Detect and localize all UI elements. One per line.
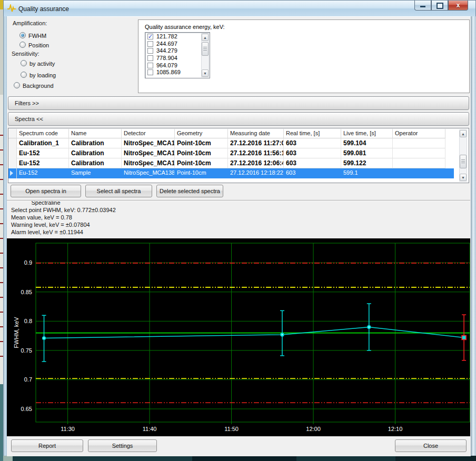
table-header-row: Spectrum codeNameDetectorGeometryMeasuri… [8,129,454,138]
energy-list-item[interactable]: 344.279 [145,47,201,55]
report-button[interactable]: Report [11,439,83,452]
spectra-table-scrollbar[interactable]: ▲ ▼ [459,129,467,182]
energy-checkbox[interactable] [147,34,153,39]
open-spectra-button[interactable]: Open spectra in Spectraline [11,185,81,197]
radio-by-loading[interactable] [21,72,27,78]
energy-list-item[interactable]: 244.697 [145,41,201,48]
selected-row-arrow-icon [10,171,13,176]
close-window-button[interactable]: x [448,1,468,11]
selected-point-info: Select point FWHM, keV: 0.772±0.03942 [11,207,116,214]
energy-value-label: 778.904 [156,55,177,61]
row-indicator-cell [8,148,17,158]
data-point-center [368,326,370,328]
table-cell: Calibration [69,158,122,168]
table-row[interactable]: Calibration_1CalibrationNitroSpec_MCA138… [8,138,454,148]
radio-background[interactable] [14,82,20,88]
settings-button[interactable]: Settings [88,439,157,452]
table-cell: 27.12.2016 11:27:0 [228,138,284,148]
column-header[interactable]: Live time, [s] [341,129,393,138]
energy-checklist[interactable]: 121.782244.697344.279778.904964.0791085.… [145,32,210,78]
amplification-label: Amplification: [13,20,47,26]
column-header[interactable]: Operator [393,129,445,138]
radio-fwhm[interactable] [19,32,26,38]
table-row[interactable]: Eu-152SampleNitroSpec_MCA1380Point-10cm2… [8,168,454,178]
energy-list-item[interactable]: 121.782 [145,33,201,41]
window-bottom-border [3,456,476,461]
radio-by-activity[interactable] [21,60,27,66]
table-cell: 599.1 [341,168,393,178]
y-tick-label: 0.75 [21,347,32,354]
radio-position[interactable] [19,42,26,48]
row-indicator-cell [8,158,17,168]
table-row[interactable]: Eu-152CalibrationNitroSpec_MCA1380Point-… [8,158,454,168]
selected-data-point [462,335,466,339]
table-cell: Calibration [69,138,122,148]
table-cell: Point-10cm [175,158,228,168]
scrollbar-thumb[interactable] [202,42,209,56]
column-header[interactable]: Name [69,129,122,138]
x-tick-label: 11:40 [143,426,157,432]
energy-value-label: 121.782 [156,33,177,39]
energy-value-label: 1085.869 [156,69,181,75]
scroll-down-icon[interactable]: ▼ [202,69,209,77]
spectra-section-label: Spectra << [15,116,43,122]
radio-by-loading-label: by loading [29,72,56,78]
separator-line [7,200,470,201]
column-header[interactable]: Real time, [s] [284,129,341,138]
delete-selected-spectra-button[interactable]: Delete selected spectra [156,185,223,197]
minimize-button[interactable] [414,1,431,11]
title-bar[interactable]: Quality assurance x [3,0,476,16]
x-tick-label: 11:50 [224,426,239,432]
energy-value-label: 344.279 [156,47,177,54]
warning-level-info: Warning level, keV = ±0.07804 [11,222,90,228]
scroll-up-icon[interactable]: ▲ [202,34,209,41]
column-header[interactable]: Measuring date [228,129,284,138]
energy-list-item[interactable]: 964.079 [145,62,201,69]
scroll-up-icon[interactable]: ▲ [460,130,467,137]
energy-checkbox[interactable] [147,55,153,61]
table-cell: Eu-152 [17,158,69,168]
sensitivity-label: Sensitivity: [12,51,39,57]
energy-list-scrollbar[interactable]: ▲ ▼ [201,33,209,77]
filters-section-header[interactable]: Filters >> [8,96,469,110]
row-indicator-cell [8,138,17,148]
scrollbar-thumb[interactable] [460,155,467,168]
data-point-center [43,337,45,339]
table-cell: 599.081 [341,148,393,158]
table-cell: 27.12.2016 12:06:4 [228,158,284,168]
maximize-button[interactable] [431,1,448,11]
table-cell: Calibration [69,148,122,158]
table-cell [393,158,445,168]
qc-trend-chart[interactable]: 11:3011:4011:5012:0012:100.650.70.750.80… [7,238,470,436]
window-right-border [471,16,476,456]
column-header[interactable]: Spectrum code [17,129,69,138]
table-cell: NitroSpec_MCA1380 [122,138,175,148]
table-cell: NitroSpec_MCA1380 [122,158,175,168]
close-button[interactable]: Close [395,439,467,452]
table-cell: Point-10cm [175,168,228,178]
table-cell: Eu-152 [17,148,69,158]
table-cell: Sample [69,168,122,178]
minimize-icon [420,6,425,7]
energy-value-label: 244.697 [156,41,177,47]
column-header[interactable]: Geometry [175,129,228,138]
energy-checkbox[interactable] [147,41,153,47]
spectra-section-header[interactable]: Spectra << [8,112,469,126]
energy-list-item[interactable]: 1085.869 [145,69,201,76]
quality-assurance-window: Quality assurance x Amplification: FWHM … [3,0,476,461]
column-header[interactable]: Detector [122,129,175,138]
energy-list-item[interactable]: 778.904 [145,55,201,62]
radio-position-label: Position [28,42,49,48]
energy-checkbox[interactable] [147,48,153,54]
table-row[interactable]: Eu-152CalibrationNitroSpec_MCA1380Point-… [8,148,454,158]
table-cell: Point-10cm [175,138,228,148]
table-cell: 599.122 [341,158,393,168]
select-all-spectra-button[interactable]: Select all spectra [85,185,152,197]
scroll-down-icon[interactable]: ▼ [460,174,467,181]
energy-checkbox[interactable] [147,63,153,68]
y-tick-label: 0.7 [24,376,32,383]
client-area: Amplification: FWHM Position Sensitivity… [7,16,471,456]
header-indicator-cell [8,129,17,138]
table-cell: 599.104 [341,138,393,148]
energy-checkbox[interactable] [147,69,153,75]
